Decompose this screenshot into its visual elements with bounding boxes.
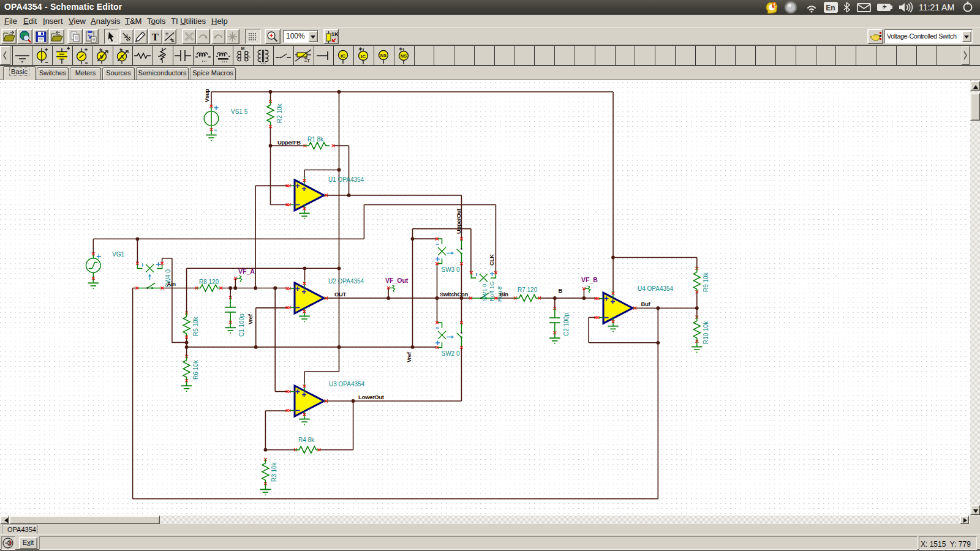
svg-text:VS1 5: VS1 5 xyxy=(231,108,248,115)
svg-text:R4 8k: R4 8k xyxy=(298,437,315,443)
svg-text:OUT: OUT xyxy=(334,291,347,298)
svg-text:C2 100p: C2 100p xyxy=(563,313,570,336)
svg-text:Buf: Buf xyxy=(641,301,651,307)
svg-text:Vref: Vref xyxy=(247,313,254,324)
svg-text:T: T xyxy=(307,59,310,63)
svg-text:R6 10k: R6 10k xyxy=(192,359,199,380)
svg-text:1K: 1K xyxy=(331,31,338,37)
svg-text:V: V xyxy=(100,54,104,60)
svg-text:M: M xyxy=(241,47,245,51)
svg-text:UpperOut: UpperOut xyxy=(456,208,462,234)
svg-text:SW3 0: SW3 0 xyxy=(442,266,460,273)
svg-text:UpperFB: UpperFB xyxy=(277,139,301,146)
svg-text:VF_B: VF_B xyxy=(581,276,598,283)
svg-text:En: En xyxy=(826,4,835,12)
svg-text:R2 10k: R2 10k xyxy=(276,103,283,123)
svg-text:NS: NS xyxy=(380,53,386,58)
svg-text:R5 10k: R5 10k xyxy=(192,316,199,336)
svg-text:VF_A: VF_A xyxy=(238,268,255,275)
svg-text:Vsup: Vsup xyxy=(203,89,210,102)
svg-text:R8 120: R8 120 xyxy=(199,279,219,285)
svg-text:U3 OPA4354: U3 OPA4354 xyxy=(329,381,365,388)
svg-text:U2 OPA4354: U2 OPA4354 xyxy=(328,278,364,285)
svg-text:IC: IC xyxy=(341,53,345,59)
svg-text:A: A xyxy=(119,54,124,60)
svg-text:Roff 1G: Roff 1G xyxy=(488,281,495,301)
svg-text:C1 100p: C1 100p xyxy=(238,313,245,337)
svg-text:U4 OPA4354: U4 OPA4354 xyxy=(638,285,674,292)
svg-text:T: T xyxy=(152,31,159,42)
svg-text:U1 OPA4354: U1 OPA4354 xyxy=(328,176,364,183)
svg-text:VG1: VG1 xyxy=(112,251,124,258)
svg-text:B: B xyxy=(559,287,563,294)
svg-text:SW1 0: SW1 0 xyxy=(481,283,488,301)
svg-text:SW2 0: SW2 0 xyxy=(442,350,460,357)
svg-text:R1 8k: R1 8k xyxy=(307,136,324,143)
svg-text:Bin: Bin xyxy=(500,291,509,298)
svg-text:NS: NS xyxy=(400,53,406,59)
svg-text:CLK: CLK xyxy=(488,254,495,266)
svg-text:Ain: Ain xyxy=(167,280,176,287)
svg-text:R3 10k: R3 10k xyxy=(271,462,277,482)
svg-text:LowerOut: LowerOut xyxy=(358,394,385,400)
svg-text:IC: IC xyxy=(361,54,366,59)
svg-text:R9 10k: R9 10k xyxy=(703,272,709,292)
svg-text:R7 120: R7 120 xyxy=(518,287,538,293)
svg-text:VF_Out: VF_Out xyxy=(385,277,409,284)
svg-text:L: L xyxy=(249,55,251,59)
svg-text:L: L xyxy=(236,55,238,59)
svg-text:SwitchCon: SwitchCon xyxy=(440,291,468,298)
svg-text:R10 10k: R10 10k xyxy=(703,321,709,344)
svg-text:Vref: Vref xyxy=(405,351,412,362)
